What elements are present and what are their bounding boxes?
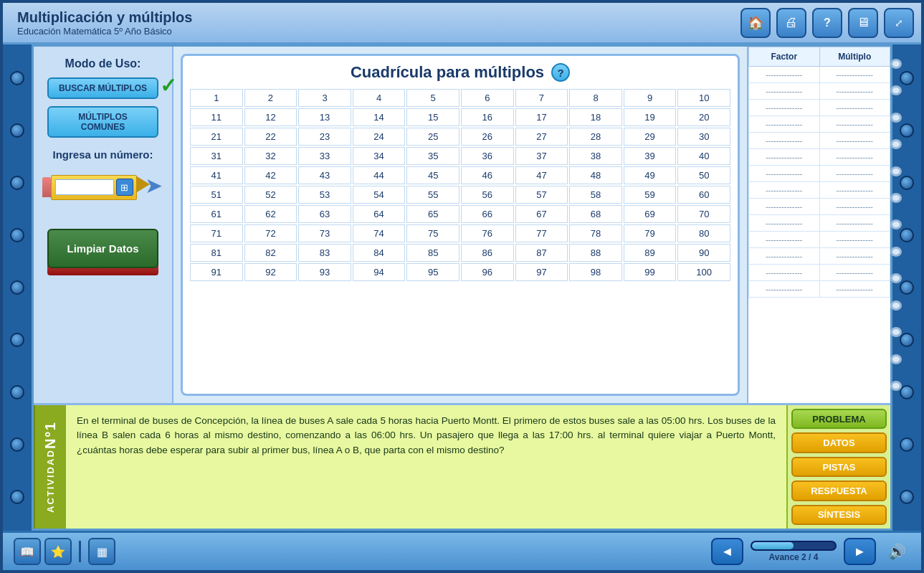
grid-cell-27[interactable]: 27 [515, 128, 568, 146]
grid-cell-58[interactable]: 58 [569, 186, 622, 204]
grid-cell-23[interactable]: 23 [298, 128, 351, 146]
grid-cell-9[interactable]: 9 [624, 89, 677, 107]
grid-cell-39[interactable]: 39 [624, 147, 677, 165]
grid-cell-69[interactable]: 69 [624, 205, 677, 223]
grid-cell-45[interactable]: 45 [406, 166, 459, 184]
grid-cell-6[interactable]: 6 [461, 89, 514, 107]
grid-cell-49[interactable]: 49 [624, 166, 677, 184]
grid-cell-66[interactable]: 66 [461, 205, 514, 223]
book-icon[interactable]: 📖 [14, 538, 41, 565]
grid-cell-29[interactable]: 29 [624, 128, 677, 146]
grid-cell-76[interactable]: 76 [461, 224, 514, 242]
grid-cell-94[interactable]: 94 [353, 263, 406, 281]
grid-cell-4[interactable]: 4 [353, 89, 406, 107]
grid-cell-36[interactable]: 36 [461, 147, 514, 165]
grid-help-button[interactable]: ? [551, 63, 570, 82]
grid-cell-52[interactable]: 52 [244, 186, 297, 204]
grid-cell-97[interactable]: 97 [515, 263, 568, 281]
grid-cell-50[interactable]: 50 [677, 166, 730, 184]
print-icon[interactable]: 🖨 [776, 8, 806, 38]
problema-button[interactable]: PROBLEMA [791, 409, 887, 429]
grid-cell-70[interactable]: 70 [677, 205, 730, 223]
number-input[interactable] [55, 179, 114, 195]
monitor-icon[interactable]: 🖥 [848, 8, 878, 38]
grid-cell-24[interactable]: 24 [353, 128, 406, 146]
grid-cell-93[interactable]: 93 [298, 263, 351, 281]
nav-prev-button[interactable]: ◄ [711, 538, 743, 565]
grid-cell-99[interactable]: 99 [624, 263, 677, 281]
respuesta-button[interactable]: RESPUESTA [791, 480, 887, 501]
grid-cell-32[interactable]: 32 [244, 147, 297, 165]
grid-cell-53[interactable]: 53 [298, 186, 351, 204]
grid-cell-35[interactable]: 35 [406, 147, 459, 165]
star-icon[interactable]: ⭐ [44, 538, 72, 565]
grid-cell-59[interactable]: 59 [624, 186, 677, 204]
grid-cell-83[interactable]: 83 [298, 244, 351, 262]
datos-button[interactable]: DATOS [791, 432, 887, 453]
grid-cell-87[interactable]: 87 [515, 244, 568, 262]
grid-icon[interactable]: ▦ [88, 538, 115, 565]
grid-cell-64[interactable]: 64 [353, 205, 406, 223]
limpiar-datos-button[interactable]: Limpiar Datos [47, 229, 158, 268]
grid-cell-63[interactable]: 63 [298, 205, 351, 223]
grid-cell-89[interactable]: 89 [624, 244, 677, 262]
grid-cell-55[interactable]: 55 [406, 186, 459, 204]
grid-cell-81[interactable]: 81 [190, 244, 243, 262]
grid-cell-51[interactable]: 51 [190, 186, 243, 204]
grid-cell-13[interactable]: 13 [298, 108, 351, 126]
grid-cell-71[interactable]: 71 [190, 224, 243, 242]
grid-cell-20[interactable]: 20 [677, 108, 730, 126]
grid-cell-77[interactable]: 77 [515, 224, 568, 242]
grid-cell-43[interactable]: 43 [298, 166, 351, 184]
grid-cell-19[interactable]: 19 [624, 108, 677, 126]
grid-cell-34[interactable]: 34 [353, 147, 406, 165]
grid-cell-75[interactable]: 75 [406, 224, 459, 242]
grid-cell-14[interactable]: 14 [353, 108, 406, 126]
grid-cell-92[interactable]: 92 [244, 263, 297, 281]
grid-cell-78[interactable]: 78 [569, 224, 622, 242]
grid-cell-82[interactable]: 82 [244, 244, 297, 262]
grid-cell-1[interactable]: 1 [190, 89, 243, 107]
buscar-multiplos-button[interactable]: BUSCAR MÚLTIPLOS [47, 77, 158, 99]
calculator-icon[interactable]: ⊞ [116, 179, 133, 196]
grid-cell-61[interactable]: 61 [190, 205, 243, 223]
grid-cell-30[interactable]: 30 [677, 128, 730, 146]
grid-cell-38[interactable]: 38 [569, 147, 622, 165]
help-icon[interactable]: ? [812, 8, 842, 38]
grid-cell-21[interactable]: 21 [190, 128, 243, 146]
grid-cell-28[interactable]: 28 [569, 128, 622, 146]
grid-cell-44[interactable]: 44 [353, 166, 406, 184]
grid-cell-74[interactable]: 74 [353, 224, 406, 242]
grid-cell-67[interactable]: 67 [515, 205, 568, 223]
pistas-button[interactable]: PISTAS [791, 457, 887, 477]
grid-cell-10[interactable]: 10 [677, 89, 730, 107]
grid-cell-41[interactable]: 41 [190, 166, 243, 184]
volume-icon[interactable]: 🔊 [883, 538, 910, 565]
grid-cell-31[interactable]: 31 [190, 147, 243, 165]
grid-cell-98[interactable]: 98 [569, 263, 622, 281]
grid-cell-46[interactable]: 46 [461, 166, 514, 184]
grid-cell-100[interactable]: 100 [677, 263, 730, 281]
grid-cell-42[interactable]: 42 [244, 166, 297, 184]
grid-cell-40[interactable]: 40 [677, 147, 730, 165]
grid-cell-17[interactable]: 17 [515, 108, 568, 126]
multiplos-comunes-button[interactable]: MÚLTIPLOS COMUNES [47, 106, 158, 138]
grid-cell-90[interactable]: 90 [677, 244, 730, 262]
grid-cell-8[interactable]: 8 [569, 89, 622, 107]
grid-cell-96[interactable]: 96 [461, 263, 514, 281]
grid-cell-15[interactable]: 15 [406, 108, 459, 126]
grid-cell-16[interactable]: 16 [461, 108, 514, 126]
grid-cell-79[interactable]: 79 [624, 224, 677, 242]
expand-icon[interactable]: ⤢ [884, 8, 914, 38]
grid-cell-37[interactable]: 37 [515, 147, 568, 165]
grid-cell-73[interactable]: 73 [298, 224, 351, 242]
grid-cell-65[interactable]: 65 [406, 205, 459, 223]
sintesis-button[interactable]: SÍNTESIS [791, 505, 887, 525]
grid-cell-25[interactable]: 25 [406, 128, 459, 146]
grid-cell-26[interactable]: 26 [461, 128, 514, 146]
grid-cell-54[interactable]: 54 [353, 186, 406, 204]
grid-cell-91[interactable]: 91 [190, 263, 243, 281]
grid-cell-5[interactable]: 5 [406, 89, 459, 107]
grid-cell-85[interactable]: 85 [406, 244, 459, 262]
grid-cell-62[interactable]: 62 [244, 205, 297, 223]
